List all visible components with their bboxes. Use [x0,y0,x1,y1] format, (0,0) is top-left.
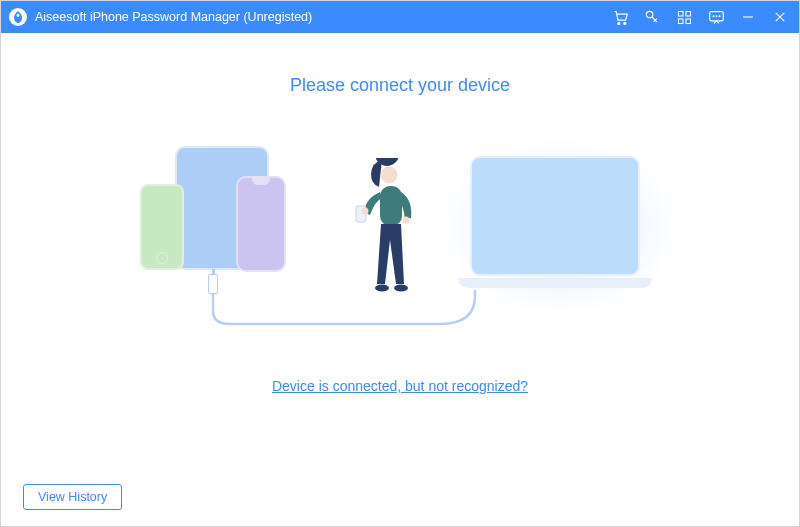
svg-point-10 [716,15,717,16]
connect-illustration [140,146,660,336]
close-button[interactable] [771,8,789,26]
usb-connector-icon [208,274,218,294]
cart-icon[interactable] [611,8,629,26]
svg-rect-16 [380,186,402,226]
svg-rect-5 [686,11,691,16]
svg-point-11 [719,15,720,16]
titlebar: Aiseesoft iPhone Password Manager (Unreg… [1,1,799,33]
page-headline: Please connect your device [290,75,510,96]
window-title: Aiseesoft iPhone Password Manager (Unreg… [35,10,312,24]
svg-point-0 [17,13,20,17]
phone-green-icon [140,184,184,270]
laptop-base-icon [458,278,652,288]
laptop-screen-icon [470,156,640,276]
svg-rect-6 [678,19,683,24]
svg-rect-4 [678,11,683,16]
svg-point-19 [403,217,410,224]
view-history-button[interactable]: View History [23,484,122,510]
svg-rect-7 [686,19,691,24]
device-not-recognized-link[interactable]: Device is connected, but not recognized? [272,378,528,394]
svg-point-20 [375,285,389,292]
svg-point-21 [394,285,408,292]
key-icon[interactable] [643,8,661,26]
minimize-button[interactable] [739,8,757,26]
svg-point-3 [646,11,652,17]
feedback-icon[interactable] [707,8,725,26]
svg-point-1 [617,22,619,24]
grid-icon[interactable] [675,8,693,26]
svg-point-15 [381,167,398,184]
phone-purple-icon [236,176,286,272]
person-icon [345,158,435,308]
svg-point-2 [623,22,625,24]
titlebar-actions [611,8,789,26]
svg-point-9 [713,15,714,16]
svg-point-18 [362,208,369,215]
app-window: Aiseesoft iPhone Password Manager (Unreg… [0,0,800,527]
app-logo-icon [9,8,27,26]
main-area: Please connect your device [1,33,799,526]
